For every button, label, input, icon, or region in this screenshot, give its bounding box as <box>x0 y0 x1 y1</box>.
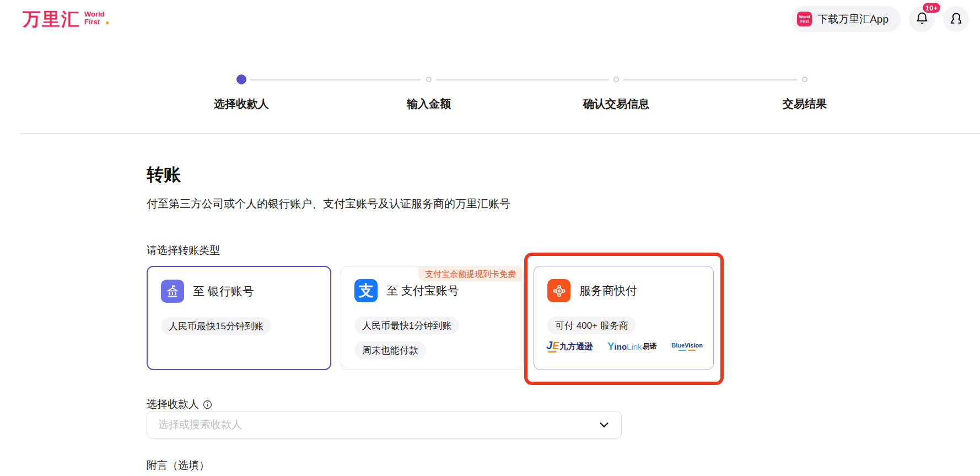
logo-cn-text: 万里汇 <box>23 9 80 30</box>
transfer-type-card-bank[interactable]: 至 银行账号 人民币最快15分钟到账 <box>147 266 331 370</box>
payee-label-row: 选择收款人 <box>147 397 212 411</box>
transfer-page: 万里汇 World First World First 下载万里汇App 10+ <box>0 0 980 476</box>
payee-label: 选择收款人 <box>147 397 199 411</box>
page-subtitle: 付至第三方公司或个人的银行账户、支付宝账号及认证服务商的万里汇账号 <box>147 196 510 211</box>
tag: 可付 400+ 服务商 <box>547 317 636 334</box>
step-confirm-info: 确认交易信息 <box>583 74 649 111</box>
step-enter-amount: 输入金额 <box>407 74 451 111</box>
download-app-button[interactable]: World First 下载万里汇App <box>791 6 901 32</box>
step-dot-idle <box>613 77 619 82</box>
card-tags: 人民币最快1分钟到账 周末也能付款 <box>354 317 523 366</box>
memo-label: 附言（选填） <box>147 458 209 473</box>
page-title: 转账 <box>147 163 181 186</box>
payee-select-placeholder: 选择或搜索收款人 <box>158 418 242 432</box>
alipay-icon: 支 <box>354 279 378 302</box>
step-result: 交易结果 <box>783 74 827 111</box>
transfer-type-card-provider[interactable]: 服务商快付 可付 400+ 服务商 JE 九方通逊 YinoLink易诺 Blu… <box>534 266 714 370</box>
card-title: 至 支付宝账号 <box>386 283 459 298</box>
card-title: 至 银行账号 <box>193 284 254 299</box>
step-dot-idle <box>426 77 432 82</box>
notification-count-badge: 10+ <box>922 2 941 14</box>
header-divider <box>20 133 980 134</box>
transfer-type-card-alipay[interactable]: 支付宝余额提现到卡免费 支 至 支付宝账号 人民币最快1分钟到账 周末也能付款 <box>341 266 524 370</box>
partner-logo-bluevision: BlueVision <box>671 343 703 351</box>
transfer-type-label: 请选择转账类型 <box>147 243 220 258</box>
card-head: 至 银行账号 <box>161 280 330 303</box>
info-icon[interactable] <box>203 400 212 409</box>
worldfirst-logo[interactable]: 万里汇 World First <box>23 9 105 30</box>
bank-icon <box>161 280 184 303</box>
tag: 人民币最快15分钟到账 <box>161 317 271 335</box>
partner-logo-yinolink: YinoLink易诺 <box>607 340 657 352</box>
jiufang-je-mark: JE <box>546 341 558 352</box>
account-button[interactable] <box>943 6 969 32</box>
logo-en-text: World First <box>84 10 105 26</box>
tag: 周末也能付款 <box>354 341 426 359</box>
worldfirst-app-icon: World First <box>797 12 812 26</box>
notifications-button[interactable]: 10+ <box>909 6 935 32</box>
chevron-down-icon <box>598 419 610 431</box>
payee-select[interactable]: 选择或搜索收款人 <box>147 411 622 438</box>
download-app-label: 下载万里汇App <box>817 12 889 26</box>
card-title: 服务商快付 <box>579 283 637 298</box>
card-tags: 可付 400+ 服务商 <box>547 317 713 341</box>
card-tags: 人民币最快15分钟到账 <box>161 317 330 342</box>
logo-orange-accent <box>105 21 109 24</box>
provider-network-icon <box>547 279 570 302</box>
person-icon <box>949 11 963 28</box>
step-select-payee: 选择收款人 <box>214 74 269 111</box>
partner-logos: JE 九方通逊 YinoLink易诺 BlueVision <box>546 340 703 352</box>
step-dot-active <box>236 74 246 84</box>
alipay-free-withdraw-ribbon: 支付宝余额提现到卡免费 <box>418 267 523 281</box>
stepper-connector-1 <box>250 79 421 81</box>
partner-logo-jiufang: JE 九方通逊 <box>546 341 593 352</box>
card-head: 支 至 支付宝账号 <box>354 279 523 302</box>
tag: 人民币最快1分钟到账 <box>354 317 459 334</box>
stepper-connector-3 <box>623 79 798 81</box>
header-actions: World First 下载万里汇App 10+ <box>791 6 969 32</box>
step-dot-idle <box>802 77 807 82</box>
card-head: 服务商快付 <box>547 279 713 302</box>
step-label: 确认交易信息 <box>583 97 649 111</box>
step-label: 输入金额 <box>407 97 451 111</box>
step-label: 交易结果 <box>783 97 827 111</box>
step-label: 选择收款人 <box>214 97 269 111</box>
